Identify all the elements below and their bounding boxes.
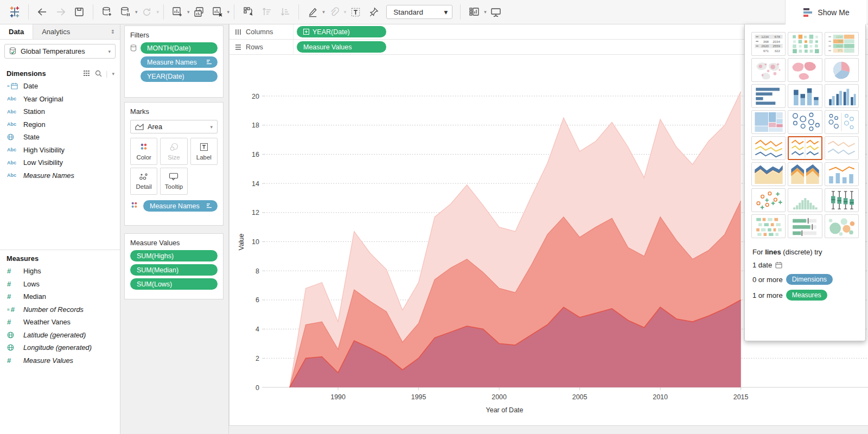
- dimension-field[interactable]: Abc Low Visibility: [0, 156, 120, 169]
- pane-collapse-icon[interactable]: ⇕: [106, 24, 120, 39]
- dimension-field[interactable]: Abc Year Original: [0, 93, 120, 106]
- show-mark-labels-button[interactable]: [346, 3, 365, 21]
- fit-selector[interactable]: Standard ▾: [386, 5, 452, 19]
- label-button[interactable]: Label: [190, 138, 218, 165]
- redo-button[interactable]: [52, 3, 70, 21]
- svg-text:16: 16: [252, 151, 259, 158]
- show-me-stacked-bar[interactable]: [788, 84, 822, 108]
- show-me-area-discrete[interactable]: [788, 162, 822, 186]
- color-button[interactable]: Color: [130, 138, 157, 165]
- show-me-packed-bubbles[interactable]: [825, 214, 859, 238]
- toolbar-separator: [93, 4, 93, 20]
- measure-field[interactable]: Latitude (generated): [0, 329, 120, 342]
- show-me-symbol-map[interactable]: [751, 58, 786, 82]
- svg-text:2620: 2620: [837, 44, 843, 48]
- tooltip-icon: [169, 173, 178, 181]
- svg-text:2559: 2559: [773, 44, 780, 48]
- datasource-caret[interactable]: ▾: [108, 49, 111, 54]
- show-me-dual-line[interactable]: [825, 136, 859, 160]
- svg-text:1995: 1995: [411, 393, 426, 401]
- view-data-icon[interactable]: [84, 71, 91, 77]
- search-icon[interactable]: [95, 70, 102, 77]
- svg-text:2034: 2034: [773, 40, 780, 43]
- tab-data[interactable]: Data: [0, 24, 33, 39]
- new-data-source-button[interactable]: [98, 3, 116, 21]
- datasource-selector[interactable]: Global Temperatures ▾: [4, 44, 116, 59]
- show-me-gantt[interactable]: [751, 214, 786, 238]
- show-me-horizontal-bar[interactable]: [751, 84, 786, 108]
- filter-pill[interactable]: YEAR(Date): [141, 71, 218, 82]
- show-hide-cards-button[interactable]: [465, 3, 483, 21]
- hash-icon: #: [7, 293, 23, 300]
- show-me-circle-view[interactable]: [788, 110, 822, 134]
- tab-analytics[interactable]: Analytics: [33, 24, 106, 39]
- show-me-histogram[interactable]: [788, 188, 822, 212]
- show-me-line-discrete[interactable]: [788, 136, 822, 160]
- globe-icon: [7, 344, 23, 351]
- highlight-caret[interactable]: ▾: [322, 9, 325, 15]
- show-me-heatmap[interactable]: [788, 32, 822, 56]
- pause-auto-updates-caret[interactable]: ▾: [135, 9, 138, 15]
- filter-pill[interactable]: Measure Names: [141, 56, 218, 68]
- show-me-highlight-table[interactable]: 12343682620971: [825, 32, 859, 56]
- show-me-button[interactable]: Show Me: [785, 0, 866, 24]
- show-me-filled-map[interactable]: [788, 58, 822, 82]
- new-worksheet-button[interactable]: [168, 3, 187, 21]
- dimension-field[interactable]: Abc Measure Names: [0, 169, 120, 182]
- measure-value-pill[interactable]: SUM(Median): [130, 264, 218, 276]
- tooltip-button[interactable]: Tooltip: [160, 168, 187, 195]
- show-me-side-by-side-circle[interactable]: [825, 110, 859, 134]
- dimension-field[interactable]: State: [0, 131, 120, 144]
- measure-value-pill[interactable]: SUM(Lows): [130, 278, 218, 290]
- dimension-field[interactable]: Abc Station: [0, 105, 120, 118]
- dimension-field[interactable]: Abc High Visibility: [0, 144, 120, 157]
- measure-field[interactable]: # Highs: [0, 265, 120, 278]
- measures-list: # Highs # Lows # Median =# Number of Rec…: [0, 265, 120, 367]
- measure-field[interactable]: Longitude (generated): [0, 341, 120, 354]
- show-me-scatter[interactable]: [751, 188, 786, 212]
- detail-button[interactable]: Detail: [130, 168, 157, 195]
- show-me-bullet-graph[interactable]: [788, 214, 822, 238]
- show-me-side-by-side-bar[interactable]: [825, 84, 859, 108]
- highlight-button[interactable]: [303, 3, 322, 21]
- filter-pill[interactable]: MONTH(Date): [141, 42, 218, 54]
- measure-value-pill[interactable]: SUM(Highs): [130, 250, 218, 261]
- mark-type-dropdown[interactable]: Area ▾: [130, 120, 218, 133]
- swap-rows-columns-button[interactable]: [239, 3, 257, 21]
- hash-icon: #: [7, 357, 23, 364]
- show-me-treemap[interactable]: [751, 110, 786, 134]
- expand-date-icon[interactable]: [303, 29, 309, 35]
- filter-pill-row: Measure Names: [125, 56, 223, 68]
- dimension-field[interactable]: Abc Region: [0, 118, 120, 131]
- show-me-pie-chart[interactable]: [825, 58, 859, 82]
- datasource-name: Global Temperatures: [21, 47, 104, 55]
- measure-field[interactable]: # Measure Values: [0, 354, 120, 367]
- run-auto-updates-button[interactable]: [138, 3, 156, 21]
- show-me-dual-combination[interactable]: [825, 162, 859, 186]
- clear-sheet-button[interactable]: [208, 3, 227, 21]
- save-button[interactable]: [70, 3, 88, 21]
- duplicate-sheet-button[interactable]: [190, 3, 208, 21]
- pause-auto-updates-button[interactable]: [116, 3, 135, 21]
- show-me-box-and-whisker[interactable]: [825, 188, 859, 212]
- toolbar-separator: [298, 4, 299, 20]
- dimension-field[interactable]: = Date: [0, 80, 120, 93]
- show-me-text-table[interactable]: 1234678368203426202559971322: [751, 32, 786, 56]
- area-mark-icon: [135, 124, 144, 130]
- undo-button[interactable]: [33, 3, 52, 21]
- show-me-area-continuous[interactable]: [751, 162, 786, 186]
- measure-field[interactable]: # Lows: [0, 278, 120, 291]
- presentation-mode-button[interactable]: [487, 3, 505, 21]
- marks-measure-names-pill[interactable]: Measure Names: [143, 200, 218, 212]
- measure-field[interactable]: # Median: [0, 290, 120, 303]
- columns-year-pill[interactable]: YEAR(Date): [297, 26, 386, 37]
- measure-field[interactable]: =# Number of Records: [0, 303, 120, 316]
- show-me-line-continuous[interactable]: [751, 136, 786, 160]
- hash-icon: #: [7, 280, 23, 288]
- dimensions-menu-caret[interactable]: ▾: [112, 71, 114, 76]
- measure-field[interactable]: # Weather Vanes: [0, 316, 120, 329]
- fix-axes-button[interactable]: [365, 3, 383, 21]
- new-worksheet-caret[interactable]: ▾: [187, 9, 190, 15]
- clear-sheet-caret[interactable]: ▾: [227, 9, 230, 15]
- rows-measure-values-pill[interactable]: Measure Values: [297, 41, 386, 53]
